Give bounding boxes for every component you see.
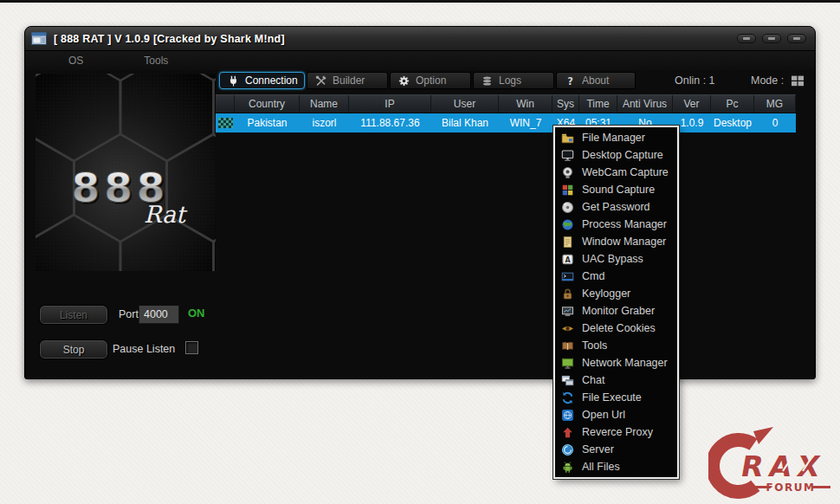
ctx-network-manager[interactable]: Network Manager (555, 354, 677, 372)
close-button[interactable] (787, 34, 806, 43)
ctx-delete-cookies[interactable]: Delete Cookies (555, 320, 677, 337)
context-menu: File Manager Desktop Capture WebCam Capt… (553, 126, 679, 479)
maximize-button[interactable] (762, 34, 781, 43)
ctx-server[interactable]: Server (555, 441, 677, 458)
android-icon (561, 461, 574, 474)
tab-option[interactable]: Option (390, 72, 471, 89)
ctx-sound-capture[interactable]: Sound Capture (555, 181, 677, 198)
ctx-process-manager[interactable]: Process Manager (555, 216, 677, 233)
app-icon (31, 32, 47, 45)
cell-win: WIN_7 (499, 113, 552, 132)
header-sys[interactable]: Sys (552, 95, 579, 113)
tab-connection[interactable]: Connection (219, 72, 305, 89)
tab-logs[interactable]: Logs (473, 72, 554, 89)
ctx-get-password[interactable]: Get Password (555, 198, 677, 216)
padlock-icon (561, 288, 574, 300)
ctx-reverce-proxy[interactable]: Reverce Proxy (555, 423, 677, 441)
ctx-chat[interactable]: Chat (555, 372, 677, 389)
header-mg[interactable]: MG (754, 95, 796, 113)
ctx-cmd[interactable]: Cmd (555, 268, 677, 285)
globe-icon (561, 218, 574, 231)
ctx-window-manager[interactable]: Window Manager (555, 233, 677, 250)
pause-listen-checkbox[interactable] (185, 341, 198, 354)
gear-icon (398, 75, 410, 87)
logo-rat: Rat (144, 201, 188, 228)
stacked-discs-icon (481, 75, 493, 87)
menu-tools[interactable]: Tools (139, 53, 173, 68)
header-country[interactable]: Country (235, 95, 300, 113)
header-name[interactable]: Name (300, 95, 349, 113)
ctx-keylogger[interactable]: Keylogger (555, 285, 677, 302)
eye-icon (561, 322, 574, 335)
blue-circle-icon (561, 443, 574, 456)
port-label: Port (119, 308, 139, 320)
ctx-tools[interactable]: Tools (555, 337, 677, 354)
header-ver[interactable]: Ver (673, 95, 711, 113)
header-ip[interactable]: IP (349, 95, 431, 113)
menu-bar: OS Tools (25, 51, 815, 70)
svg-text:?: ? (567, 75, 573, 87)
console-icon (561, 270, 574, 283)
header-icon-col[interactable] (216, 95, 235, 113)
header-user[interactable]: User (431, 95, 499, 113)
window-controls (737, 34, 806, 43)
flag-icon (218, 118, 233, 128)
tab-label: Option (416, 74, 446, 87)
top-divider (0, 0, 840, 3)
tab-about[interactable]: ? About (556, 72, 636, 89)
rax-text: RAX (739, 449, 829, 483)
key-a-icon: A (561, 253, 574, 266)
forum-text: FORUM (766, 481, 816, 494)
up-arrow-icon (561, 426, 574, 439)
ctx-open-url[interactable]: Open Url (555, 406, 677, 423)
document-icon (561, 236, 574, 249)
header-time[interactable]: Time (579, 95, 617, 113)
ctx-webcam-capture[interactable]: WebCam Capture (555, 164, 677, 181)
stop-button[interactable]: Stop (40, 340, 107, 359)
tab-bar: Connection Builder (219, 72, 636, 89)
listen-status-badge: ON (188, 307, 205, 320)
small-monitor-icon (561, 305, 574, 318)
table-row[interactable]: Pakistan iszorl 111.88.67.36 Bilal Khan … (216, 113, 796, 132)
refresh-arrows-icon (561, 391, 574, 404)
disc-icon (561, 201, 574, 214)
tab-builder[interactable]: Builder (307, 72, 388, 89)
plug-icon (228, 75, 239, 87)
crax-forum-logo: RAX FORUM (708, 426, 838, 504)
listen-button[interactable]: Listen (40, 306, 107, 324)
app-window: [ 888 RAT ] V 1.0.9 [Cracked by Shark M!… (24, 26, 816, 379)
hammer-wrench-icon (315, 75, 326, 87)
grid-squares-icon[interactable] (791, 75, 804, 87)
window-title: [ 888 RAT ] V 1.0.9 [Cracked by Shark M!… (54, 33, 285, 45)
ctx-monitor-graber[interactable]: Monitor Graber (555, 302, 677, 320)
color-squares-icon (561, 184, 574, 197)
header-antivirus[interactable]: Anti Virus (617, 95, 673, 113)
row-flag-cell (216, 113, 235, 132)
url-globe-icon (561, 409, 574, 422)
ctx-all-files[interactable]: All Files (555, 458, 677, 475)
header-win[interactable]: Win (499, 95, 552, 113)
tab-label: About (582, 74, 609, 87)
tab-label: Connection (245, 74, 298, 87)
ctx-file-execute[interactable]: File Execute (555, 389, 677, 406)
table-header: Country Name IP User Win Sys Time Anti V… (216, 94, 796, 113)
ctx-file-manager[interactable]: File Manager (555, 129, 677, 146)
webcam-icon (561, 166, 574, 179)
port-input[interactable] (139, 305, 179, 324)
question-icon: ? (565, 75, 576, 87)
logo-panel: 888 888 Rat (36, 74, 216, 271)
content-area: 888 888 Rat Connection (25, 70, 815, 378)
chat-windows-icon (561, 374, 574, 387)
cell-pc: Desktop (711, 113, 754, 132)
cell-ip: 111.88.67.36 (349, 113, 431, 132)
monitor-icon (561, 149, 574, 162)
menu-os[interactable]: OS (63, 53, 88, 68)
cell-mg: 0 (754, 113, 796, 132)
tab-label: Logs (499, 74, 521, 87)
title-bar: [ 888 RAT ] V 1.0.9 [Cracked by Shark M!… (25, 27, 815, 51)
minimize-button[interactable] (737, 34, 756, 43)
online-count: Onlin : 1 (675, 74, 715, 87)
header-pc[interactable]: Pc (711, 95, 754, 113)
ctx-desktop-capture[interactable]: Desktop Capture (555, 146, 677, 164)
ctx-uac-bypass[interactable]: A UAC Bypass (555, 250, 677, 268)
